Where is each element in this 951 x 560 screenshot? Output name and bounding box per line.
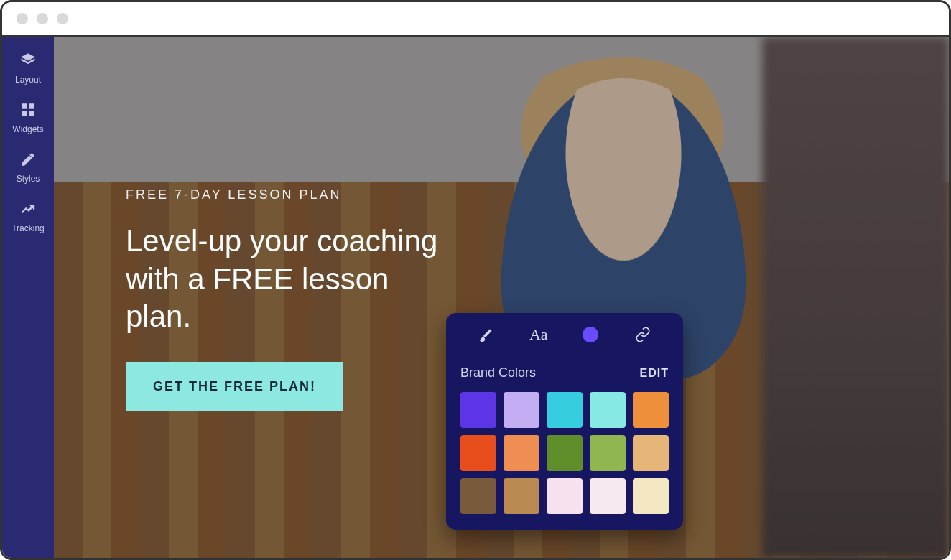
typography-icon[interactable]: Aa (527, 323, 550, 346)
edit-colors-button[interactable]: EDIT (640, 367, 669, 380)
color-swatch[interactable] (547, 478, 583, 514)
color-swatch[interactable] (590, 392, 626, 428)
sidebar-item-styles[interactable]: Styles (2, 143, 54, 192)
swatch-grid (460, 392, 669, 514)
color-swatch[interactable] (504, 435, 539, 471)
svg-rect-2 (22, 111, 27, 116)
pencil-icon (20, 151, 36, 169)
sidebar-item-tracking[interactable]: Tracking (2, 192, 54, 242)
color-swatch[interactable] (633, 478, 669, 514)
app: Layout Widgets Styles Tracking (2, 37, 949, 558)
color-swatch[interactable] (590, 478, 626, 514)
window-dot (37, 13, 48, 24)
window-dot (57, 13, 68, 24)
color-swatch[interactable] (460, 478, 496, 514)
color-swatch[interactable] (547, 392, 583, 428)
layers-icon (20, 52, 36, 70)
sidebar-item-layout[interactable]: Layout (2, 44, 54, 93)
color-swatch[interactable] (504, 478, 539, 514)
page-canvas: FREE 7-DAY LESSON PLAN Level-up your coa… (54, 37, 949, 558)
hero-eyebrow[interactable]: FREE 7-DAY LESSON PLAN (126, 187, 456, 202)
sidebar-item-label: Tracking (11, 223, 45, 233)
browser-chrome (2, 2, 949, 37)
hero-headline[interactable]: Level-up your coaching with a FREE lesso… (126, 223, 456, 336)
sidebar-item-widgets[interactable]: Widgets (2, 93, 54, 143)
style-popover: Aa Brand Colors EDIT (446, 313, 683, 530)
popover-tabs: Aa (446, 313, 683, 355)
editor-sidebar: Layout Widgets Styles Tracking (2, 37, 54, 558)
color-swatch[interactable] (547, 435, 583, 471)
color-icon[interactable] (579, 323, 602, 346)
color-swatch[interactable] (590, 435, 626, 471)
sidebar-item-label: Styles (17, 174, 40, 184)
hero-content: FREE 7-DAY LESSON PLAN Level-up your coa… (126, 187, 456, 411)
sidebar-item-label: Widgets (12, 124, 43, 134)
hero-cta-button[interactable]: GET THE FREE PLAN! (126, 362, 343, 411)
color-swatch[interactable] (460, 392, 496, 428)
svg-rect-0 (22, 104, 27, 108)
svg-rect-1 (29, 104, 34, 108)
color-swatch[interactable] (633, 392, 669, 428)
popover-title: Brand Colors (460, 365, 536, 381)
tracking-icon (20, 201, 36, 219)
color-swatch[interactable] (633, 435, 669, 471)
link-icon[interactable] (631, 323, 654, 346)
color-swatch[interactable] (460, 435, 496, 471)
sidebar-item-label: Layout (15, 75, 41, 85)
widgets-icon (20, 102, 36, 120)
color-swatch[interactable] (504, 392, 539, 428)
browser-frame: Layout Widgets Styles Tracking (0, 0, 951, 560)
window-dot (17, 13, 28, 24)
brush-icon[interactable] (475, 323, 498, 346)
svg-rect-3 (29, 111, 34, 116)
